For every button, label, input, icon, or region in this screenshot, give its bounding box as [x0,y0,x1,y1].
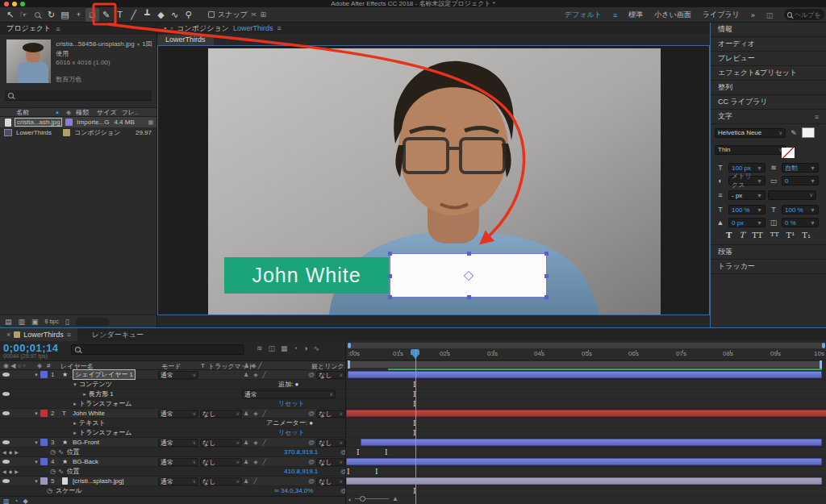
pickwhip-icon[interactable]: @ [308,439,315,446]
composition-view[interactable]: John White ◻ ▭ ◒ 100 %∨ ⊞ ◻ [157,45,710,315]
selection-handle[interactable] [467,295,471,299]
project-item-footage[interactable]: cristia...ash.jpg Importe...G 4.4 MB ▦ [0,117,156,127]
shape-layer-rectangle[interactable] [390,254,546,297]
column-type[interactable]: 種類 [76,108,89,117]
layer-switches[interactable]: ♟ ◈ ╱ [244,439,308,446]
selection-handle[interactable] [544,252,549,256]
sub-row-rectangle-1[interactable]: ► 長方形 1 通常∨ [0,389,345,399]
stopwatch-icon[interactable]: ◷ [50,468,56,475]
prop-row-scale[interactable]: ◷ スケール ∞ 34.0,34.0% @ [0,486,345,496]
fill-color-swatch[interactable] [802,127,815,138]
blend-mode-dropdown[interactable]: 通常∨ [158,410,198,418]
snap-grid-icon[interactable]: ⊞ [260,10,266,19]
sync-settings-icon[interactable]: ◫ [766,11,774,19]
eye-icon[interactable] [2,392,10,396]
label-color-chip[interactable] [40,371,48,378]
parent-dropdown[interactable]: なし∨ [316,458,345,466]
pickwhip-icon[interactable]: @ [308,371,315,378]
mini-flowchart-icon[interactable]: ≋ [257,344,263,352]
maximize-window-button[interactable] [20,2,25,6]
blend-mode-dropdown[interactable]: 通常∨ [158,458,198,466]
project-search-input[interactable] [17,90,148,102]
comp-tab-lowerthirds[interactable]: LowerThirds [157,35,214,45]
eye-icon[interactable] [2,479,10,483]
layer-name-editing[interactable]: シェイプレイヤー 1 [73,369,136,380]
zoom-tool[interactable] [31,8,44,22]
position-value[interactable]: 370.8,919.1 [284,448,318,456]
label-column-icon[interactable]: ◈ [66,109,71,116]
panel-character-header[interactable]: 文字 ≡ [711,110,826,124]
track-matte-dropdown[interactable]: なし∨ [200,477,242,485]
track-matte-dropdown[interactable]: なし∨ [200,439,242,447]
track-matte-dropdown[interactable]: なし∨ [200,410,242,418]
blend-mode-dropdown[interactable]: 通常∨ [158,477,198,485]
sub-row-transform[interactable]: ► トランスフォーム リセット [0,399,345,409]
layer-name[interactable]: John White [73,410,158,417]
column-frames[interactable]: フレ.. [122,108,139,117]
next-keyframe-icon[interactable]: ▶ [15,469,19,474]
transform-group-name[interactable]: トランスフォーム [79,399,345,408]
pickwhip-icon[interactable]: @ [308,477,315,485]
viewer-comp-name[interactable]: LowerThirds [233,24,273,32]
layer-bar-text[interactable] [346,410,826,417]
add-keyframe-icon[interactable]: ◆ [9,449,13,455]
timeline-track-area[interactable]: :00s 01s 02s 03s 04s 05s 06s 07s 08s 09s… [345,341,826,504]
workspace-default[interactable]: デフォルト [565,10,602,20]
frame-blend-toggle-icon[interactable]: ▥ [3,498,10,504]
column-number[interactable]: # [47,362,50,369]
eraser-tool[interactable]: ◆ [154,8,168,22]
layer-name[interactable]: BG-Front [73,439,158,446]
usage-dropdown-icon[interactable]: ▼ [136,42,140,47]
group-name[interactable]: コンテンツ [79,380,345,389]
layer-row-bg-back[interactable]: ▼ 4 ★ BG-Back 通常∨ なし∨ ♟ ◈ ╱ @ なし∨ [0,457,345,467]
help-search-input[interactable] [795,11,821,19]
small-caps-button[interactable]: TT [770,231,779,240]
playhead-line[interactable] [415,349,416,504]
minimize-window-button[interactable] [12,2,17,6]
layer-switches[interactable]: ♟ ◈ ╱ [244,459,308,465]
stroke-width-dropdown[interactable]: - px▼ [728,190,766,200]
project-search[interactable] [5,90,152,101]
layer-bar-bg-front[interactable] [361,439,822,446]
motion-blur-toggle-icon[interactable]: ◔ [15,498,19,504]
item-name[interactable]: LowerThirds [16,129,52,136]
label-color-chip[interactable] [40,410,48,417]
stopwatch-icon[interactable]: ◷ [50,448,56,456]
label-color-chip[interactable] [40,458,48,465]
layer-bar-footage[interactable] [346,477,822,485]
timeline-navigator-bar[interactable] [348,343,825,348]
zoom-out-mountain-icon[interactable]: ▲ [348,497,352,502]
font-style-dropdown[interactable]: Thin∨ [715,145,786,155]
close-tab-icon[interactable]: × [6,331,10,339]
keyframe[interactable]: I [347,467,350,477]
clone-stamp-tool[interactable]: ┻ [140,8,154,22]
selection-handle[interactable] [388,274,392,278]
rotate-tool[interactable]: ↻ [44,8,58,22]
rectangle-tool[interactable]: □ [86,8,99,22]
panel-cc-libraries[interactable]: CC ライブラリ [711,95,826,110]
stroke-color-swatch[interactable] [782,148,795,158]
panel-info[interactable]: 情報 [711,23,826,37]
hand-tool[interactable]: ☞ [17,8,31,22]
label-color-chip[interactable] [40,477,48,485]
label-color-chip[interactable] [63,129,70,136]
position-value[interactable]: 410.8,919.1 [284,468,318,475]
pan-behind-tool[interactable]: + [72,8,86,22]
twirl-icon[interactable]: ▼ [32,479,40,484]
stroke-style-dropdown[interactable]: ∨ [768,190,816,200]
panel-audio[interactable]: オーディオ [711,37,826,52]
graph-icon[interactable]: ∿ [58,468,64,475]
link-dimensions-icon[interactable]: ∞ [274,487,279,494]
label-color-chip[interactable] [40,439,48,446]
sort-ascending-icon[interactable]: ▲ [55,110,60,115]
item-name[interactable]: cristia...ash.jpg [15,118,62,127]
zoom-slider[interactable] [355,498,389,499]
timeline-search-input[interactable] [83,344,240,356]
add-keyframe-icon[interactable]: ◆ [9,469,13,474]
zoom-in-mountain-icon[interactable]: ▲ [392,495,398,502]
twirl-icon[interactable]: ► [71,431,79,435]
group-row-contents[interactable]: ▼ コンテンツ 追加: ● [0,380,345,389]
twirl-icon[interactable]: ▼ [32,373,40,377]
pickwhip-icon[interactable]: @ [308,458,315,465]
eye-icon[interactable] [2,460,10,464]
